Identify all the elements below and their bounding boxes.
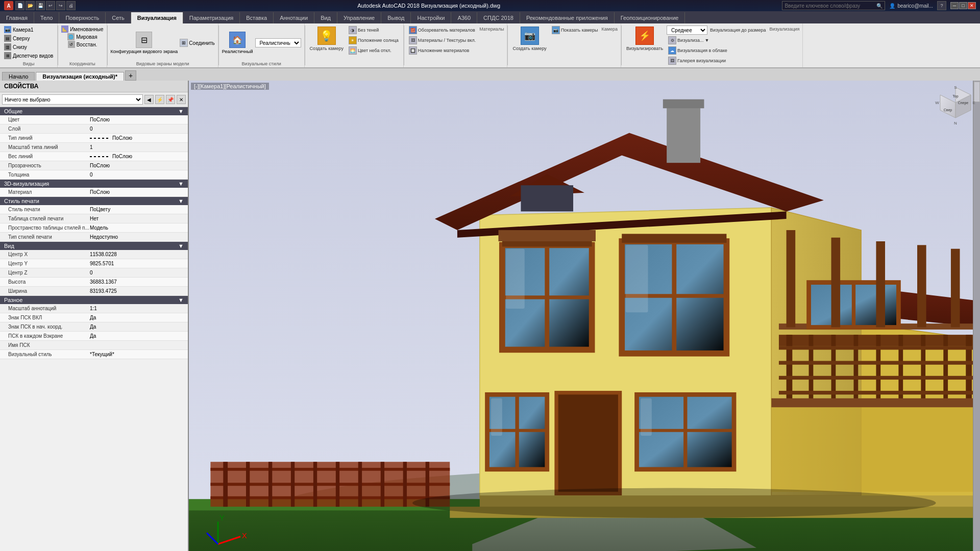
sky-off-btn[interactable]: 🌅 Цвет неба откл. — [347, 46, 400, 55]
gallery-btn[interactable]: 🖼 Галерея визуализации — [667, 56, 767, 65]
overlay-materials-btn[interactable]: 🔲 Наложение материалов — [407, 46, 477, 55]
section-general[interactable]: Общие ▼ — [0, 107, 188, 115]
tab-home[interactable]: Главная — [0, 12, 34, 23]
svg-rect-78 — [917, 245, 926, 327]
materials-browser-icon: 🧱 — [409, 26, 417, 34]
prop-color-value: ПоСлою — [90, 117, 184, 122]
tab-surface[interactable]: Поверхность — [59, 12, 106, 23]
no-shadow-btn[interactable]: ◑ Без теней — [347, 26, 400, 35]
prop-transparency-label: Прозрачность — [8, 163, 90, 168]
view-camera1[interactable]: 📷 Камера1 — [3, 26, 35, 34]
view-top[interactable]: ▤ Сверху — [3, 34, 31, 42]
render-size-label: Визуализация до размера — [710, 28, 766, 33]
prop-ucs-viewport-value: Да — [90, 333, 184, 339]
object-dropdown[interactable]: Ничего не выбрано — [2, 94, 143, 105]
obj-quick-select-btn[interactable]: ⚡ — [155, 95, 164, 104]
section-misc[interactable]: Разное ▼ — [0, 296, 188, 304]
obj-select-btn[interactable]: ◀ — [144, 95, 154, 104]
view-bottom-label: Снизу — [13, 44, 27, 50]
coord-world[interactable]: 🌐 Мировая — [67, 33, 97, 40]
visual-style-dropdown[interactable]: Реалистичный — [255, 38, 301, 47]
tab-annotate[interactable]: Аннотации — [274, 12, 314, 23]
dispatcher-icon: ⊞ — [4, 52, 11, 59]
prop-layer: Слой 0 — [0, 124, 188, 134]
render-btn[interactable]: ⚡ Визуализировать — [625, 26, 665, 52]
materials-browser-btn[interactable]: 🧱 Обозреватель материалов — [407, 26, 477, 35]
tab-visualize[interactable]: Визуализация — [131, 12, 183, 23]
tab-parametric[interactable]: Параметризация — [183, 12, 240, 23]
show-camera-btn[interactable]: 📷 Показать камеры — [550, 26, 600, 35]
prop-ucs-on-label: Знак ПСК ВКЛ — [8, 315, 90, 320]
obj-close-btn[interactable]: ✕ — [177, 95, 186, 104]
title-bar: A 📄 📂 💾 ↩ ↪ 🖨 Autodesk AutoCAD 2018 Визу… — [0, 0, 980, 11]
viewport-join[interactable]: ⊞ Соединить — [180, 39, 214, 47]
prop-width-label: Ширина — [8, 288, 90, 294]
materials-textures-btn[interactable]: 🖼 Материалы / Текстуры вкл. — [407, 36, 477, 45]
render-quality-dropdown[interactable]: Среднее — [667, 26, 707, 35]
help-btn[interactable]: ? — [937, 1, 946, 10]
tab-geo[interactable]: Геопозиционирование — [615, 12, 685, 23]
named-icon: 📐 — [61, 26, 68, 33]
maximize-btn[interactable]: □ — [959, 2, 967, 9]
obj-pin-btn[interactable]: 📌 — [166, 95, 175, 104]
world-icon: 🌐 — [67, 33, 75, 40]
create-camera-btn[interactable]: 📷 Создать камеру — [511, 26, 548, 52]
render-dots-icon: ⚙ — [668, 36, 676, 44]
doc-tab-start[interactable]: Начало — [2, 72, 35, 81]
section-misc-collapse: ▼ — [178, 297, 184, 303]
create-light-btn[interactable]: 💡 Создать камеру — [308, 26, 345, 52]
svg-rect-69 — [779, 376, 973, 380]
sun-position-btn[interactable]: ☀ Положение солнца — [347, 36, 400, 45]
prop-linetype-scale-label: Масштаб типа линий — [8, 144, 90, 150]
render-size-btn[interactable]: Визуализация до размера — [708, 27, 767, 33]
coord-restore[interactable]: ↺ Восстан. — [68, 41, 97, 48]
tab-settings[interactable]: Настройки — [411, 12, 451, 23]
view-dispatcher-label: Диспетчер видов — [13, 53, 53, 59]
render-dots-btn[interactable]: ⚙ Визуализа... ▼ — [667, 36, 767, 45]
tab-solid[interactable]: Тело — [34, 12, 60, 23]
render-dropdown-arrow[interactable]: ▼ — [704, 38, 709, 43]
create-light-label: Создать камеру — [310, 46, 344, 51]
coord-named[interactable]: 📐 Именованные — [61, 26, 103, 33]
render-cloud-btn[interactable]: ☁ Визуализация в облаке — [667, 46, 767, 55]
tab-recommended[interactable]: Рекомендованные приложения — [520, 12, 615, 23]
tab-view[interactable]: Вид — [314, 12, 337, 23]
viewport-config-btn[interactable]: ⊟ Конфигурация видового экрана — [111, 32, 178, 54]
prop-ucs-on-value: Да — [90, 315, 184, 320]
qa-redo[interactable]: ↪ — [56, 1, 65, 10]
tab-output[interactable]: Вывод — [381, 12, 411, 23]
view-dispatcher[interactable]: ⊞ Диспетчер видов — [3, 52, 54, 60]
view-top-label: Сверху — [13, 36, 30, 41]
add-doc-tab-btn[interactable]: + — [125, 70, 136, 81]
ribbon-group-coords: 📐 Именованные 🌐 Мировая ↺ Восстан. Коорд… — [58, 23, 107, 67]
viewport[interactable]: [-][Камера1][Реалистичный] — [189, 81, 980, 551]
qa-undo[interactable]: ↩ — [46, 1, 55, 10]
minimize-btn[interactable]: ─ — [950, 2, 959, 9]
section-print[interactable]: Стиль печати ▼ — [0, 197, 188, 205]
window-controls[interactable]: ─ □ ✕ — [950, 2, 976, 9]
qa-plot[interactable]: 🖨 — [66, 1, 76, 10]
realistic-btn[interactable]: 🏠 Реалистичный — [222, 32, 253, 54]
tab-spds[interactable]: СПДС 2018 — [477, 12, 520, 23]
qa-save[interactable]: 💾 — [36, 1, 45, 10]
viewcube[interactable]: Свер Спере Top N S E W — [935, 85, 976, 126]
view-bottom[interactable]: ▥ Снизу — [3, 43, 28, 51]
close-btn[interactable]: ✕ — [968, 2, 976, 9]
qa-new[interactable]: 📄 — [15, 1, 24, 10]
tab-insert[interactable]: Вставка — [240, 12, 274, 23]
doc-tab-visualization[interactable]: Визуализация (исходный)* — [36, 72, 124, 81]
prop-center-y-label: Центр Y — [8, 261, 90, 266]
section-3d-viz[interactable]: 3D-визуализация ▼ — [0, 180, 188, 188]
section-view[interactable]: Вид ▼ — [0, 242, 188, 250]
tab-a360[interactable]: А360 — [451, 12, 477, 23]
tab-manage[interactable]: Управление — [337, 12, 381, 23]
camera-options: 📷 Показать камеры — [550, 26, 600, 35]
tab-mesh[interactable]: Сеть — [106, 12, 131, 23]
prop-print-style: Стиль печати ПоЦвету — [0, 205, 188, 214]
prop-visual-style-value: *Текущий* — [90, 352, 184, 357]
viewport-scrollbar[interactable] — [973, 81, 980, 551]
svg-point-86 — [412, 488, 936, 518]
search-input[interactable] — [785, 3, 876, 9]
qa-open[interactable]: 📂 — [26, 1, 35, 10]
prop-print-style-value: ПоЦвету — [90, 207, 184, 212]
